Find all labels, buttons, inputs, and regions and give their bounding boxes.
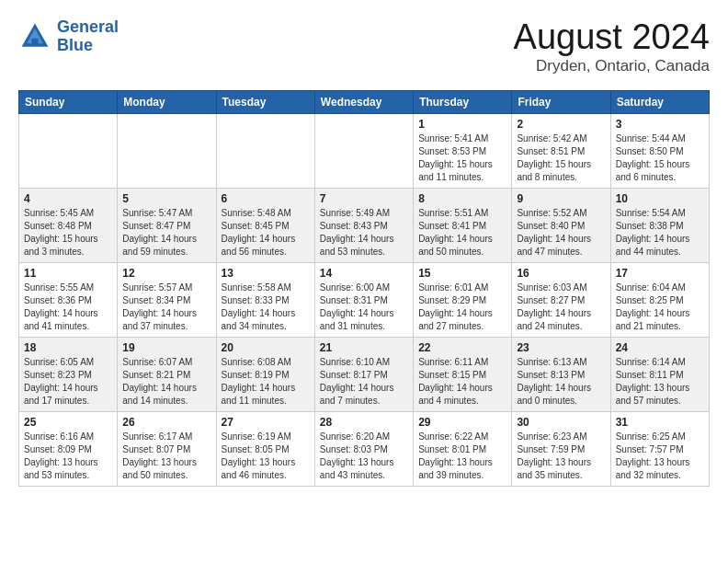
day-number: 25 bbox=[24, 416, 112, 429]
calendar-cell bbox=[118, 113, 216, 188]
day-info: Sunrise: 5:47 AM Sunset: 8:47 PM Dayligh… bbox=[122, 207, 210, 259]
day-number: 2 bbox=[517, 118, 605, 131]
day-number: 27 bbox=[222, 416, 310, 429]
day-number: 24 bbox=[616, 341, 704, 354]
calendar-header-thursday: Thursday bbox=[414, 90, 512, 113]
calendar-cell: 23Sunrise: 6:13 AM Sunset: 8:13 PM Dayli… bbox=[512, 337, 610, 411]
day-number: 6 bbox=[222, 192, 310, 205]
day-number: 4 bbox=[24, 192, 112, 205]
day-info: Sunrise: 5:42 AM Sunset: 8:51 PM Dayligh… bbox=[517, 132, 605, 184]
day-info: Sunrise: 5:51 AM Sunset: 8:41 PM Dayligh… bbox=[418, 207, 506, 259]
day-info: Sunrise: 6:08 AM Sunset: 8:19 PM Dayligh… bbox=[222, 356, 310, 408]
calendar-cell: 16Sunrise: 6:03 AM Sunset: 8:27 PM Dayli… bbox=[512, 262, 610, 337]
page: General Blue August 2024 Dryden, Ontario… bbox=[0, 0, 728, 496]
day-info: Sunrise: 5:41 AM Sunset: 8:53 PM Dayligh… bbox=[418, 132, 506, 184]
calendar-cell bbox=[19, 113, 118, 188]
calendar-cell: 19Sunrise: 6:07 AM Sunset: 8:21 PM Dayli… bbox=[118, 337, 216, 411]
calendar-table: SundayMondayTuesdayWednesdayThursdayFrid… bbox=[18, 90, 710, 487]
day-number: 7 bbox=[320, 192, 408, 205]
calendar-week-row: 11Sunrise: 5:55 AM Sunset: 8:36 PM Dayli… bbox=[19, 262, 710, 337]
calendar-cell: 28Sunrise: 6:20 AM Sunset: 8:03 PM Dayli… bbox=[314, 411, 413, 486]
calendar-cell: 4Sunrise: 5:45 AM Sunset: 8:48 PM Daylig… bbox=[19, 188, 118, 262]
day-number: 3 bbox=[616, 118, 704, 131]
day-info: Sunrise: 5:58 AM Sunset: 8:33 PM Dayligh… bbox=[222, 282, 310, 333]
day-number: 15 bbox=[418, 267, 506, 280]
calendar-cell: 9Sunrise: 5:52 AM Sunset: 8:40 PM Daylig… bbox=[512, 188, 610, 262]
day-info: Sunrise: 5:52 AM Sunset: 8:40 PM Dayligh… bbox=[517, 207, 605, 259]
day-info: Sunrise: 5:49 AM Sunset: 8:43 PM Dayligh… bbox=[320, 207, 408, 259]
day-info: Sunrise: 6:04 AM Sunset: 8:25 PM Dayligh… bbox=[616, 282, 704, 333]
logo: General Blue bbox=[18, 18, 119, 55]
calendar-cell: 20Sunrise: 6:08 AM Sunset: 8:19 PM Dayli… bbox=[216, 337, 314, 411]
logo-text: General Blue bbox=[57, 18, 119, 55]
header: General Blue August 2024 Dryden, Ontario… bbox=[18, 18, 710, 75]
day-info: Sunrise: 6:07 AM Sunset: 8:21 PM Dayligh… bbox=[122, 356, 210, 408]
calendar-cell: 11Sunrise: 5:55 AM Sunset: 8:36 PM Dayli… bbox=[19, 262, 118, 337]
day-info: Sunrise: 6:11 AM Sunset: 8:15 PM Dayligh… bbox=[418, 356, 506, 408]
calendar-cell: 26Sunrise: 6:17 AM Sunset: 8:07 PM Dayli… bbox=[118, 411, 216, 486]
logo-line1: General bbox=[57, 17, 119, 36]
day-number: 26 bbox=[122, 416, 210, 429]
calendar-header-saturday: Saturday bbox=[610, 90, 709, 113]
calendar-header-sunday: Sunday bbox=[19, 90, 118, 113]
calendar-cell: 31Sunrise: 6:25 AM Sunset: 7:57 PM Dayli… bbox=[610, 411, 709, 486]
calendar-week-row: 1Sunrise: 5:41 AM Sunset: 8:53 PM Daylig… bbox=[19, 113, 710, 188]
calendar-cell: 22Sunrise: 6:11 AM Sunset: 8:15 PM Dayli… bbox=[414, 337, 512, 411]
day-info: Sunrise: 6:13 AM Sunset: 8:13 PM Dayligh… bbox=[517, 356, 605, 408]
calendar-cell: 8Sunrise: 5:51 AM Sunset: 8:41 PM Daylig… bbox=[414, 188, 512, 262]
calendar-cell: 12Sunrise: 5:57 AM Sunset: 8:34 PM Dayli… bbox=[118, 262, 216, 337]
calendar-header-wednesday: Wednesday bbox=[314, 90, 413, 113]
calendar-header-row: SundayMondayTuesdayWednesdayThursdayFrid… bbox=[19, 90, 710, 113]
day-number: 21 bbox=[320, 341, 408, 354]
day-number: 9 bbox=[517, 192, 605, 205]
calendar-cell: 13Sunrise: 5:58 AM Sunset: 8:33 PM Dayli… bbox=[216, 262, 314, 337]
calendar-cell: 15Sunrise: 6:01 AM Sunset: 8:29 PM Dayli… bbox=[414, 262, 512, 337]
subtitle: Dryden, Ontario, Canada bbox=[514, 57, 710, 75]
day-number: 30 bbox=[517, 416, 605, 429]
day-info: Sunrise: 6:25 AM Sunset: 7:57 PM Dayligh… bbox=[616, 431, 704, 482]
day-info: Sunrise: 6:00 AM Sunset: 8:31 PM Dayligh… bbox=[320, 282, 408, 333]
day-info: Sunrise: 5:45 AM Sunset: 8:48 PM Dayligh… bbox=[24, 207, 112, 259]
calendar-week-row: 4Sunrise: 5:45 AM Sunset: 8:48 PM Daylig… bbox=[19, 188, 710, 262]
day-info: Sunrise: 6:17 AM Sunset: 8:07 PM Dayligh… bbox=[122, 431, 210, 482]
calendar-cell: 1Sunrise: 5:41 AM Sunset: 8:53 PM Daylig… bbox=[414, 113, 512, 188]
calendar-cell: 7Sunrise: 5:49 AM Sunset: 8:43 PM Daylig… bbox=[314, 188, 413, 262]
calendar-cell: 29Sunrise: 6:22 AM Sunset: 8:01 PM Dayli… bbox=[414, 411, 512, 486]
calendar-cell: 25Sunrise: 6:16 AM Sunset: 8:09 PM Dayli… bbox=[19, 411, 118, 486]
calendar-cell: 5Sunrise: 5:47 AM Sunset: 8:47 PM Daylig… bbox=[118, 188, 216, 262]
day-number: 10 bbox=[616, 192, 704, 205]
day-info: Sunrise: 6:03 AM Sunset: 8:27 PM Dayligh… bbox=[517, 282, 605, 333]
day-number: 16 bbox=[517, 267, 605, 280]
day-info: Sunrise: 6:20 AM Sunset: 8:03 PM Dayligh… bbox=[320, 431, 408, 482]
calendar-cell: 14Sunrise: 6:00 AM Sunset: 8:31 PM Dayli… bbox=[314, 262, 413, 337]
logo-line2: Blue bbox=[57, 36, 93, 54]
calendar-cell bbox=[216, 113, 314, 188]
day-info: Sunrise: 6:10 AM Sunset: 8:17 PM Dayligh… bbox=[320, 356, 408, 408]
main-title: August 2024 bbox=[514, 18, 710, 57]
day-number: 19 bbox=[122, 341, 210, 354]
day-info: Sunrise: 6:22 AM Sunset: 8:01 PM Dayligh… bbox=[418, 431, 506, 482]
calendar-header-tuesday: Tuesday bbox=[216, 90, 314, 113]
logo-icon bbox=[18, 20, 51, 53]
day-number: 11 bbox=[24, 267, 112, 280]
title-block: August 2024 Dryden, Ontario, Canada bbox=[514, 18, 710, 75]
day-info: Sunrise: 5:57 AM Sunset: 8:34 PM Dayligh… bbox=[122, 282, 210, 333]
day-number: 18 bbox=[24, 341, 112, 354]
calendar-week-row: 25Sunrise: 6:16 AM Sunset: 8:09 PM Dayli… bbox=[19, 411, 710, 486]
day-info: Sunrise: 6:23 AM Sunset: 7:59 PM Dayligh… bbox=[517, 431, 605, 482]
day-number: 20 bbox=[222, 341, 310, 354]
day-info: Sunrise: 6:16 AM Sunset: 8:09 PM Dayligh… bbox=[24, 431, 112, 482]
day-info: Sunrise: 5:54 AM Sunset: 8:38 PM Dayligh… bbox=[616, 207, 704, 259]
calendar-cell: 30Sunrise: 6:23 AM Sunset: 7:59 PM Dayli… bbox=[512, 411, 610, 486]
calendar-header-friday: Friday bbox=[512, 90, 610, 113]
day-number: 23 bbox=[517, 341, 605, 354]
day-number: 13 bbox=[222, 267, 310, 280]
calendar-cell: 24Sunrise: 6:14 AM Sunset: 8:11 PM Dayli… bbox=[610, 337, 709, 411]
day-info: Sunrise: 6:05 AM Sunset: 8:23 PM Dayligh… bbox=[24, 356, 112, 408]
day-number: 14 bbox=[320, 267, 408, 280]
calendar-cell: 18Sunrise: 6:05 AM Sunset: 8:23 PM Dayli… bbox=[19, 337, 118, 411]
day-info: Sunrise: 6:19 AM Sunset: 8:05 PM Dayligh… bbox=[222, 431, 310, 482]
day-number: 1 bbox=[418, 118, 506, 131]
day-number: 31 bbox=[616, 416, 704, 429]
svg-rect-2 bbox=[31, 39, 38, 45]
